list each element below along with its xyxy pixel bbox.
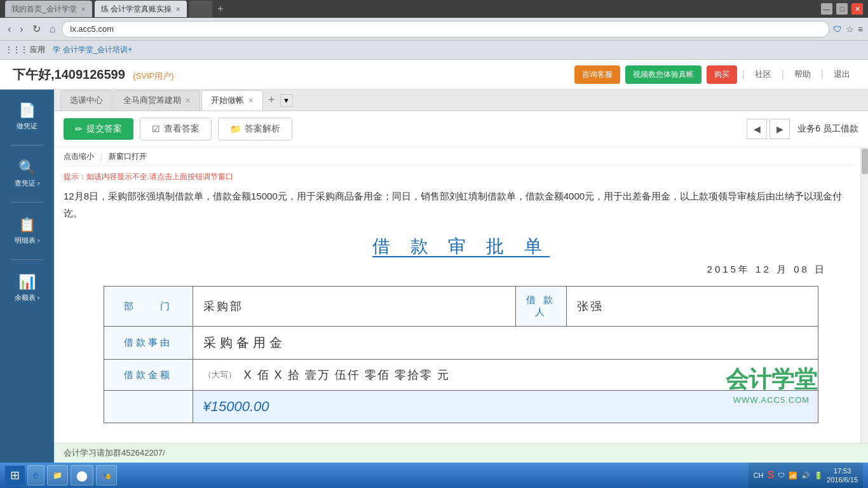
time-display: 17:53 2016/6/15 [827,466,858,485]
dept-label: 部 门 [104,287,193,327]
browser-tab-1[interactable]: 我的首页_会计学堂 ✕ [5,1,92,17]
balance-icon: 📊 [18,274,36,290]
toolbar-divider: | [100,152,102,161]
tab1-label: 我的首页_会计学堂 [11,4,77,15]
social-text: 会计学习请加群452642207/ [64,448,165,458]
start-btn[interactable]: ⊞ [5,466,25,485]
bookmark-1[interactable]: 学 会计学堂_会计培训+ [53,44,132,55]
user-greeting: 下午好,1409126599 [13,67,125,81]
tab-company[interactable]: 全马商贸筹建期 ✕ [114,90,200,111]
user-info: 下午好,1409126599 (SVIP用户) [13,66,174,83]
shield-icon: 🛡 [833,24,842,34]
scenario-text: 12月8日，采购部张强填制借款单，借款金额15000元，用于采购商品备用金；同日… [64,187,858,222]
next-btn[interactable]: ▶ [770,119,790,139]
back-btn[interactable]: ‹ [5,22,13,36]
borrower-label: 借 款 人 [515,287,566,327]
time: 17:53 [827,466,858,475]
address-bar[interactable]: lx.acc5.com [62,21,829,37]
minimize-btn[interactable]: — [821,3,832,15]
home-btn[interactable]: ⌂ [47,22,58,36]
sidebar-item-明细表[interactable]: 📋 明细表 › [0,210,54,252]
tab-company-close[interactable]: ✕ [185,97,191,105]
check-icon: ☑ [152,124,160,134]
taskbar-explorer[interactable]: 📁 [47,465,68,485]
tab-dropdown-btn[interactable]: ▼ [280,94,293,107]
tab-select-course[interactable]: 选课中心 [60,90,112,111]
browser-tab-2[interactable]: 练 会计学堂真账实操 ✕ [95,1,187,17]
empty-label [104,391,193,423]
start-icon: ⊞ [10,468,20,482]
buy-btn[interactable]: 购买 [707,65,737,84]
scrollbar-thumb [862,149,868,174]
window-controls: — □ ✕ [821,3,863,15]
business-label: 业务6 员工借款 [797,123,858,135]
tab-start-account-close[interactable]: ✕ [248,97,254,105]
new-tab-btn[interactable]: + [215,3,226,15]
watermark: 会计学堂 WWW.ACC5.COM [726,364,817,405]
reason-row: 借款事由 采购备用金 [104,327,818,360]
sidebar-divider-3 [11,259,43,260]
tab1-close[interactable]: ✕ [81,6,86,13]
folder-icon: 📁 [230,124,241,134]
address-text: lx.acc5.com [70,24,114,34]
refresh-btn[interactable]: ↻ [30,22,43,36]
video-btn[interactable]: 视频教您体验真帐 [625,65,702,84]
tab2-close[interactable]: ✕ [175,6,180,13]
browser-tab-3[interactable] [189,1,212,17]
shrink-btn[interactable]: 点击缩小 [64,151,94,162]
tray-s: S [767,470,774,481]
reason-label: 借款事由 [104,327,193,360]
menu-icon[interactable]: ≡ [858,24,863,34]
maximize-btn[interactable]: □ [836,3,848,15]
page-tabs-bar: 选课中心 全马商贸筹建期 ✕ 开始做帐 ✕ + ▼ [54,90,868,111]
header-area: 下午好,1409126599 (SVIP用户) 咨询客服 视频教您体验真帐 购买… [0,60,868,90]
amount-cell: （大写） X 佰 X 拾 壹万 伍仟 零佰 零拾零 元 [193,360,818,391]
form-title: 借 款 审 批 单 [64,234,858,259]
watermark-sub: WWW.ACC5.COM [726,395,817,405]
sidebar-divider-1 [11,145,43,146]
sidebar-item-查凭证[interactable]: 🔍 查凭证 › [0,153,54,194]
consult-btn[interactable]: 咨询客服 [574,65,620,84]
close-btn[interactable]: ✕ [851,3,863,15]
taskbar-chrome[interactable]: ⬤ [71,465,93,485]
taskbar-ie[interactable]: e [27,465,44,485]
amount-value-container: （大写） X 佰 X 拾 壹万 伍仟 零佰 零拾零 元 [203,367,808,383]
help-btn[interactable]: 帮助 [789,65,816,84]
scrollbar[interactable] [860,147,868,443]
sidebar-label-detail: 明细表 › [15,236,40,245]
voucher-icon: 📄 [18,102,36,119]
main-content: 点击缩小 | 新窗口打开 提示：如该内容显示不全,请点击上面按钮调节窗口 12月… [54,147,868,443]
network-icon: 📶 [789,471,797,480]
sidebar-item-做凭证[interactable]: 📄 做凭证 [0,96,54,137]
prev-btn[interactable]: ◀ [747,119,767,139]
taskbar-tray: CH S 🛡 📶 🔊 🔋 17:53 2016/6/15 [749,463,864,488]
form-date: 2015年 12 月 08 日 [64,264,858,276]
watermark-main: 会计学堂 [726,364,817,395]
tab-start-account[interactable]: 开始做帐 ✕ [201,90,263,111]
newwin-btn[interactable]: 新窗口打开 [109,151,147,162]
forward-btn[interactable]: › [17,22,25,36]
community-btn[interactable]: 社区 [750,65,776,84]
taskbar-app[interactable]: 🎭 [96,465,117,485]
nav-arrows: ◀ ▶ 业务6 员工借款 [747,119,858,139]
star-icon[interactable]: ☆ [846,24,854,34]
ie-icon: e [33,470,39,481]
tab-select-course-label: 选课中心 [70,95,103,106]
amount-chinese: X 佰 X 拾 壹万 伍仟 零佰 零拾零 元 [244,367,450,383]
view-answer-btn[interactable]: ☑ 查看答案 [140,118,212,140]
submit-answer-btn[interactable]: ✏ 提交答案 [64,118,133,140]
sidebar-label-search: 查凭证 › [15,179,40,188]
doc-toolbar: 点击缩小 | 新窗口打开 [64,147,858,166]
logout-btn[interactable]: 退出 [829,65,855,84]
add-tab-btn[interactable]: + [264,93,279,107]
analysis-label: 答案解析 [245,123,280,135]
tab-start-account-label: 开始做帐 [211,95,244,106]
analysis-btn[interactable]: 📁 答案解析 [218,118,292,140]
battery-icon: 🔋 [814,471,823,480]
folder-taskbar-icon: 📁 [53,471,62,480]
sidebar: 📄 做凭证 🔍 查凭证 › 📋 明细表 › 📊 余额表 › [0,90,54,463]
social-bar: 会计学习请加群452642207/ [54,443,868,463]
sidebar-item-余额表[interactable]: 📊 余额表 › [0,268,54,309]
volume-icon: 🔊 [801,471,810,480]
borrower-value: 张强 [566,287,818,327]
